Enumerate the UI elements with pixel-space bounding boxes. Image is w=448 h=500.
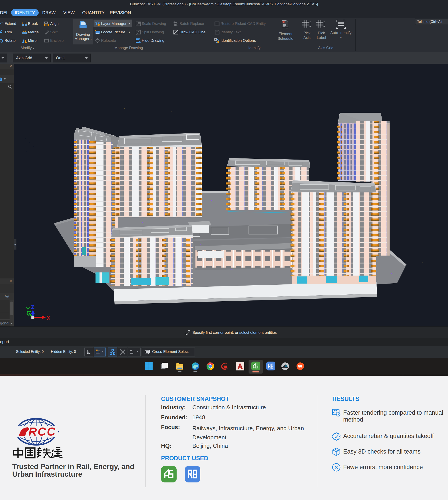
svg-text:X: X [47,315,50,321]
svg-text:RCC: RCC [28,425,56,438]
svg-text:Z: Z [31,304,35,310]
svg-text:Y: Y [26,306,30,312]
